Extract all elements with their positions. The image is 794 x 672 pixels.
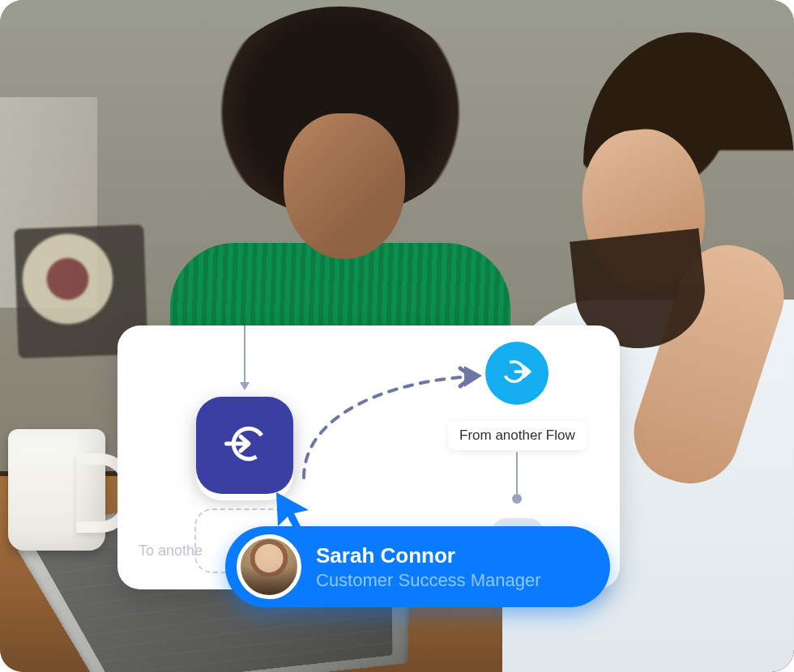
flow-in-icon xyxy=(220,419,269,471)
flow-exit-node[interactable] xyxy=(485,342,549,405)
user-role: Customer Success Manager xyxy=(316,569,541,592)
svg-marker-1 xyxy=(464,366,482,387)
avatar xyxy=(237,534,301,599)
flow-source-label: From another Flow xyxy=(448,421,587,450)
user-name: Sarah Connor xyxy=(316,542,541,569)
hero-container: To anothe F xyxy=(0,0,794,672)
user-pill[interactable]: Sarah Connor Customer Success Manager xyxy=(225,526,610,607)
flow-out-icon xyxy=(500,355,534,392)
ghost-flow-label: To anothe xyxy=(139,542,203,559)
